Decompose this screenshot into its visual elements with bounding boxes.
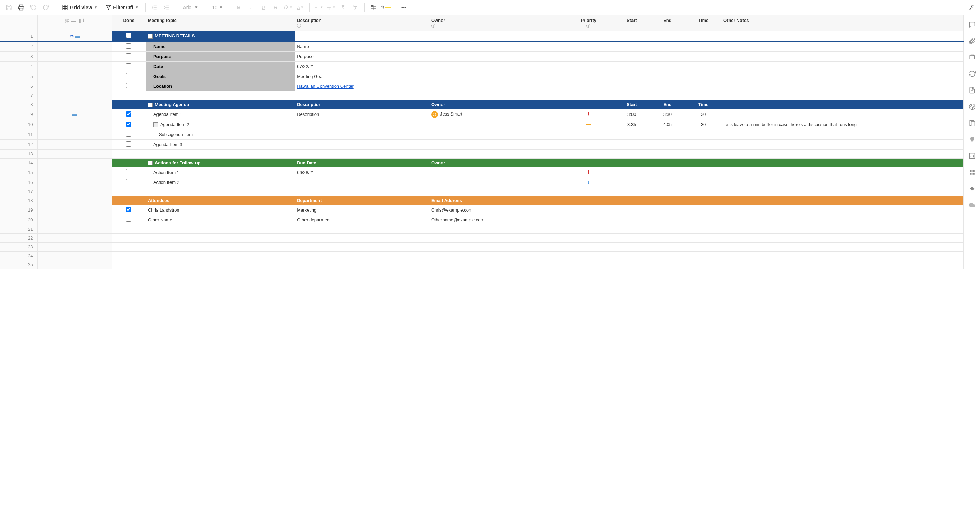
agenda-item[interactable]: Agenda Item 3	[146, 139, 294, 149]
detail-value[interactable]: Meeting Goal	[295, 72, 429, 81]
row-number[interactable]: 6	[0, 81, 37, 91]
conditional-format-button[interactable]	[368, 2, 379, 13]
update-request-icon[interactable]	[968, 70, 976, 78]
col-header-time[interactable]: Time	[686, 15, 721, 31]
row-number[interactable]: 9	[0, 109, 37, 119]
action-item[interactable]: Action Item 1	[146, 167, 294, 177]
done-checkbox[interactable]	[126, 53, 131, 59]
view-dropdown[interactable]: Grid View ▼	[59, 2, 101, 13]
done-checkbox[interactable]	[126, 73, 131, 78]
agenda-item[interactable]: Sub-agenda item	[146, 129, 294, 139]
section-agenda[interactable]: −Meeting Agenda	[146, 100, 294, 109]
row-number[interactable]: 21	[0, 225, 37, 234]
row-number[interactable]: 3	[0, 52, 37, 62]
attendee-name[interactable]: Other Name	[146, 215, 294, 225]
done-checkbox[interactable]	[126, 33, 131, 38]
row-number[interactable]: 19	[0, 205, 37, 215]
font-dropdown[interactable]: Arial ▼	[180, 2, 201, 13]
collapse-toggle[interactable]: −	[148, 102, 153, 107]
detail-label[interactable]: Goals	[146, 72, 294, 81]
bold-button: B	[233, 2, 244, 13]
cloud-icon[interactable]	[968, 201, 976, 209]
detail-value[interactable]: Purpose	[295, 52, 429, 62]
done-checkbox[interactable]	[126, 83, 131, 88]
done-checkbox[interactable]	[126, 43, 131, 49]
col-header-start[interactable]: Start	[614, 15, 649, 31]
done-checkbox[interactable]	[126, 207, 131, 212]
attachments-panel-icon[interactable]	[968, 37, 976, 45]
highlight-button[interactable]	[380, 2, 391, 13]
detail-value[interactable]: 07/22/21	[295, 62, 429, 72]
summary-icon[interactable]	[968, 119, 976, 127]
col-header-desc[interactable]: Descriptioni	[295, 15, 429, 31]
col-header-priority[interactable]: Priorityi	[563, 15, 614, 31]
agenda-item[interactable]: −Agenda Item 2	[146, 119, 294, 129]
more-button[interactable]: •••	[398, 2, 409, 13]
row-number[interactable]: 10	[0, 119, 37, 129]
row-number[interactable]: 25	[0, 260, 37, 269]
col-header-owner[interactable]: Owneri	[429, 15, 563, 31]
detail-value[interactable]: Hawaiian Convention Center	[295, 81, 429, 91]
collapse-toggle[interactable]: −	[148, 161, 153, 166]
row-number[interactable]: 2	[0, 41, 37, 52]
detail-label[interactable]: Date	[146, 62, 294, 72]
row-number[interactable]: 11	[0, 129, 37, 139]
done-checkbox[interactable]	[126, 63, 131, 68]
col-header-done[interactable]: Done	[112, 15, 146, 31]
row-number[interactable]: 20	[0, 215, 37, 225]
action-item[interactable]: Action Item 2	[146, 177, 294, 187]
detail-value[interactable]: Name	[295, 41, 429, 52]
location-link[interactable]: Hawaiian Convention Center	[297, 84, 353, 89]
row-number[interactable]: 23	[0, 243, 37, 252]
row-number[interactable]: 16	[0, 177, 37, 187]
done-checkbox[interactable]	[126, 169, 131, 174]
detail-label[interactable]: Location	[146, 81, 294, 91]
row-number[interactable]: 24	[0, 252, 37, 260]
collapse-toggle[interactable]: −	[148, 34, 153, 38]
publish-icon[interactable]	[968, 86, 976, 94]
apps-icon[interactable]	[968, 168, 976, 176]
col-header-topic[interactable]: Meeting topic	[146, 15, 294, 31]
row-number[interactable]: 15	[0, 167, 37, 177]
section-meeting-details[interactable]: −MEETING DETAILS	[146, 31, 294, 41]
chart-icon[interactable]	[968, 152, 976, 160]
comment-icon[interactable]: ▬	[72, 112, 77, 117]
row-number[interactable]: 1	[0, 31, 37, 41]
comments-panel-icon[interactable]	[968, 21, 976, 29]
collapse-toggle[interactable]: −	[153, 122, 158, 127]
section-attendees[interactable]: Attendees	[146, 196, 294, 205]
done-checkbox[interactable]	[126, 217, 131, 222]
agenda-item[interactable]: Agenda Item 1	[146, 109, 294, 119]
detail-label[interactable]: Name	[146, 41, 294, 52]
comment-icon[interactable]: ▬	[75, 33, 80, 38]
row-number[interactable]: 4	[0, 62, 37, 72]
activity-log-icon[interactable]	[968, 102, 976, 111]
row-number[interactable]: 12	[0, 139, 37, 149]
brandfolder-icon[interactable]	[968, 135, 976, 143]
row-number[interactable]: 17	[0, 187, 37, 196]
row-gutter	[37, 167, 112, 177]
done-checkbox[interactable]	[126, 122, 131, 127]
done-checkbox[interactable]	[126, 142, 131, 147]
section-actions[interactable]: −Actions for Follow-up	[146, 158, 294, 167]
done-checkbox[interactable]	[126, 132, 131, 137]
row-number[interactable]: 13	[0, 149, 37, 158]
col-header-end[interactable]: End	[649, 15, 686, 31]
done-checkbox[interactable]	[126, 179, 131, 184]
proof-panel-icon[interactable]	[968, 53, 976, 62]
fontsize-dropdown[interactable]: 10 ▼	[208, 2, 226, 13]
diamond-icon[interactable]	[968, 185, 976, 193]
attachment-icon[interactable]: @	[69, 33, 74, 38]
print-button[interactable]	[16, 2, 27, 13]
col-header-notes[interactable]: Other Notes	[721, 15, 963, 31]
sheet-area[interactable]: @▬▮iDoneMeeting topicDescriptioniOwneriP…	[0, 15, 964, 516]
filter-dropdown[interactable]: Filter Off ▼	[102, 2, 142, 13]
attendee-name[interactable]: Chris Landstrom	[146, 205, 294, 215]
row-number[interactable]: 7	[0, 91, 37, 100]
row-number[interactable]: 22	[0, 234, 37, 243]
row-number[interactable]: 5	[0, 72, 37, 81]
collapse-panel-button[interactable]	[966, 2, 977, 13]
detail-label[interactable]: Purpose	[146, 52, 294, 62]
done-checkbox[interactable]	[126, 111, 131, 116]
row-gutter	[37, 139, 112, 149]
